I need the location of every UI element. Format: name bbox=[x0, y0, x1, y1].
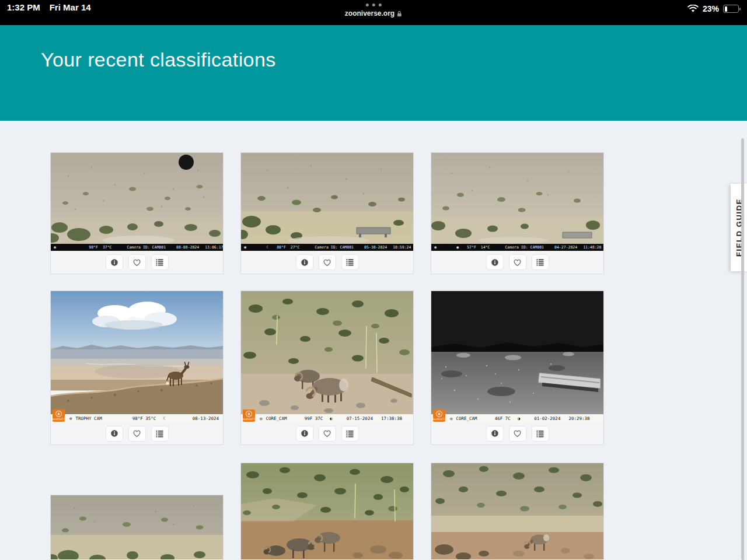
temp-celsius: 14°C bbox=[481, 245, 490, 250]
moon-phase-icon: ☾ bbox=[163, 416, 166, 421]
camera-name: CORE_CAM bbox=[456, 416, 477, 421]
subject-image[interactable]: ◉ 98°F 37°C Camera ID: CAM001 08-08-2024… bbox=[51, 153, 223, 251]
favorite-button[interactable] bbox=[509, 426, 526, 442]
collection-button[interactable] bbox=[532, 254, 549, 270]
info-icon bbox=[491, 429, 499, 438]
camera-trap-photo bbox=[431, 153, 603, 244]
status-time: 1:32 PM bbox=[7, 2, 40, 12]
subject-image[interactable] bbox=[431, 463, 603, 559]
capture-time: 10:59:24 bbox=[393, 245, 411, 250]
capture-time: 13:06:17 bbox=[205, 245, 223, 250]
heart-icon bbox=[132, 258, 141, 267]
metadata-button[interactable] bbox=[296, 254, 313, 270]
lock-icon bbox=[397, 10, 402, 17]
temp-fahrenheit: 57°F bbox=[467, 245, 476, 250]
metadata-button[interactable] bbox=[106, 426, 123, 442]
heart-icon bbox=[513, 429, 522, 438]
camera-trap-photo bbox=[51, 495, 223, 559]
collection-button[interactable] bbox=[341, 426, 359, 442]
camera-name: TROPHY CAM bbox=[76, 416, 102, 421]
moon-phase-icon: ● bbox=[456, 245, 459, 250]
card-actions bbox=[241, 251, 413, 274]
favorite-button[interactable] bbox=[128, 426, 146, 442]
camera-id: Camera ID: CAM001 bbox=[315, 245, 354, 250]
camera-name: CORE_CAM bbox=[266, 416, 287, 421]
favorite-button[interactable] bbox=[319, 254, 336, 270]
camera-brand-icon: ◉ bbox=[244, 245, 246, 250]
info-icon bbox=[301, 429, 309, 438]
moon-phase-icon: ◑ bbox=[518, 416, 521, 421]
favorite-button[interactable] bbox=[509, 254, 526, 270]
temp-fahrenheit: 80°F bbox=[277, 245, 286, 250]
window-dot bbox=[378, 4, 381, 6]
bushnell-wordmark: Bushnell bbox=[242, 418, 256, 421]
temp-celsius: 27°C bbox=[291, 245, 300, 250]
list-icon bbox=[155, 430, 164, 438]
classification-card bbox=[240, 463, 414, 560]
bushnell-emblem: B bbox=[55, 411, 62, 417]
capture-date: 08-08-2024 bbox=[176, 245, 199, 250]
collection-button[interactable] bbox=[151, 426, 169, 442]
browser-url-bar[interactable]: zooniverse.org bbox=[345, 9, 402, 18]
camera-brand-icon: ◉ bbox=[54, 245, 56, 250]
camera-trap-photo bbox=[51, 153, 223, 244]
metadata-button[interactable] bbox=[106, 254, 123, 270]
camera-brand-icon: ◉ bbox=[434, 245, 437, 250]
moon-phase-icon: ◐ bbox=[330, 416, 333, 421]
classification-card: ◉ 98°F 37°C Camera ID: CAM001 08-08-2024… bbox=[50, 152, 224, 274]
list-icon bbox=[536, 258, 544, 266]
capture-date: 05-30-2024 bbox=[364, 245, 387, 250]
metadata-button[interactable] bbox=[486, 254, 504, 270]
metadata-button[interactable] bbox=[296, 426, 313, 442]
heart-icon bbox=[323, 429, 331, 438]
list-icon bbox=[536, 430, 544, 438]
collection-button[interactable] bbox=[341, 254, 359, 270]
subject-image[interactable]: ◉ ☾ 80°F 27°C Camera ID: CAM001 05-30-20… bbox=[241, 153, 413, 251]
capture-time: 17:38:38 bbox=[381, 416, 402, 421]
safari-window: 1:32 PM Fri Mar 14 zooniverse.org bbox=[0, 0, 747, 560]
info-icon bbox=[110, 429, 118, 438]
field-guide-tab[interactable]: FIELD GUIDE bbox=[731, 184, 747, 271]
bushnell-logo: B Bushnell bbox=[243, 410, 255, 422]
moon-phase-icon: ☾ bbox=[266, 245, 268, 250]
bushnell-wordmark: Bushnell bbox=[52, 418, 65, 421]
subject-image[interactable] bbox=[241, 463, 413, 559]
heart-icon bbox=[132, 429, 141, 438]
camera-metadata-strip: ◉ ● 57°F 14°C Camera ID: CAM001 04-27-20… bbox=[431, 244, 603, 251]
water-trough bbox=[563, 232, 592, 238]
water-trough bbox=[357, 228, 390, 234]
bushnell-emblem: B bbox=[246, 411, 252, 417]
heart-icon bbox=[323, 258, 331, 267]
subject-image[interactable]: B Bushnell ◎ CORE_CAM 46F 7C ◑ 01-02-202… bbox=[431, 291, 603, 422]
subject-image[interactable]: B Bushnell ⊚ TROPHY CAM 98°F 35°C ☾ 08-1… bbox=[51, 291, 223, 422]
favorite-button[interactable] bbox=[128, 254, 146, 270]
temperature: 99F 37C bbox=[305, 416, 323, 421]
subject-image[interactable] bbox=[51, 495, 223, 559]
window-dots[interactable] bbox=[345, 4, 402, 6]
camera-id: Camera ID: CAM001 bbox=[505, 245, 544, 250]
scrollbar[interactable] bbox=[741, 138, 744, 560]
camera-glyph: ◎ bbox=[260, 416, 263, 421]
list-icon bbox=[345, 258, 354, 266]
camera-metadata-strip: B Bushnell ⊚ TROPHY CAM 98°F 35°C ☾ 08-1… bbox=[51, 414, 223, 422]
window-dot bbox=[372, 4, 375, 6]
camera-trap-photo bbox=[431, 463, 603, 559]
wifi-icon bbox=[687, 5, 699, 13]
camera-glyph: ⊚ bbox=[69, 416, 72, 421]
subject-image[interactable]: ◉ ● 57°F 14°C Camera ID: CAM001 04-27-20… bbox=[431, 153, 603, 251]
battery-percent: 23% bbox=[703, 4, 719, 13]
list-icon bbox=[345, 430, 354, 438]
classification-card: B Bushnell ◎ CORE_CAM 99F 37C ◐ 07-15-20… bbox=[240, 290, 414, 445]
classification-card: ◉ ☾ 80°F 27°C Camera ID: CAM001 05-30-20… bbox=[240, 152, 414, 274]
subject-image[interactable]: B Bushnell ◎ CORE_CAM 99F 37C ◐ 07-15-20… bbox=[241, 291, 413, 422]
info-icon bbox=[301, 258, 309, 267]
collection-button[interactable] bbox=[532, 426, 549, 442]
camera-id: Camera ID: CAM001 bbox=[127, 245, 166, 250]
metadata-button[interactable] bbox=[486, 426, 504, 442]
classification-card bbox=[50, 495, 224, 560]
camera-trap-photo bbox=[51, 291, 223, 414]
capture-time: 11:48:20 bbox=[583, 245, 601, 250]
favorite-button[interactable] bbox=[319, 426, 336, 442]
heart-icon bbox=[513, 258, 522, 267]
collection-button[interactable] bbox=[151, 254, 169, 270]
